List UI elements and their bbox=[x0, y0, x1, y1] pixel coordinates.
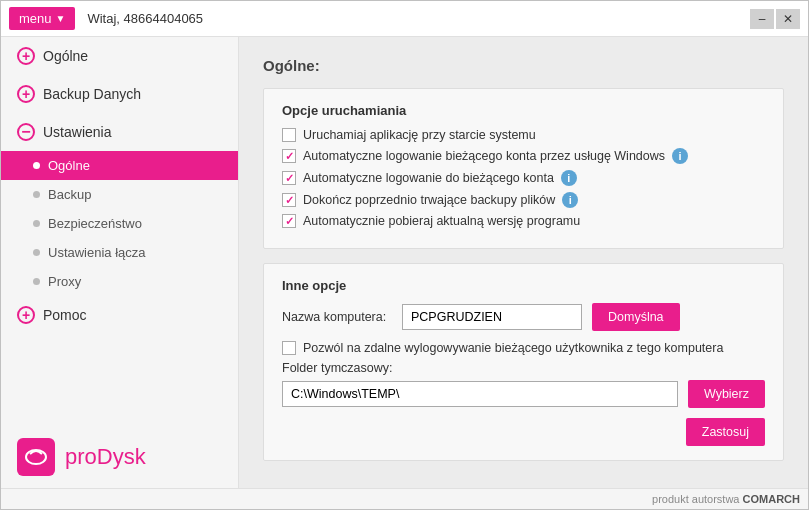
sub-dot-icon bbox=[33, 220, 40, 227]
logo-text: proDysk bbox=[65, 444, 146, 470]
remote-logout-row: Pozwól na zdalne wylogowywanie bieżącego… bbox=[282, 341, 765, 355]
sub-dot-icon bbox=[33, 278, 40, 285]
sub-dot-icon bbox=[33, 191, 40, 198]
option-label: Dokończ poprzednio trwające backupy plik… bbox=[303, 193, 555, 207]
temp-folder-row: Folder tymczasowy: Wybierz bbox=[282, 361, 765, 408]
computer-name-row: Nazwa komputera: Domyślna bbox=[282, 303, 765, 331]
info-icon[interactable]: i bbox=[672, 148, 688, 164]
sidebar-item-label: Ustawienia bbox=[43, 124, 111, 140]
sidebar-item-ustawienia[interactable]: − Ustawienia bbox=[1, 113, 238, 151]
menu-chevron-icon: ▼ bbox=[56, 13, 66, 24]
menu-label: menu bbox=[19, 11, 52, 26]
sub-dot-icon bbox=[33, 162, 40, 169]
computer-name-input[interactable] bbox=[402, 304, 582, 330]
temp-folder-input[interactable] bbox=[282, 381, 678, 407]
sidebar-sub-ustawienia-lacza[interactable]: Ustawienia łącza bbox=[1, 238, 238, 267]
option-label: Automatyczne logowanie do bieżącego kont… bbox=[303, 171, 554, 185]
app-window: menu ▼ Witaj, 48664404065 – ✕ + Ogólne +… bbox=[0, 0, 809, 510]
option-label: Automatycznie pobieraj aktualną wersję p… bbox=[303, 214, 580, 228]
apply-button[interactable]: Zastosuj bbox=[686, 418, 765, 446]
choose-button[interactable]: Wybierz bbox=[688, 380, 765, 408]
bottom-actions: Zastosuj bbox=[282, 418, 765, 446]
close-button[interactable]: ✕ bbox=[776, 9, 800, 29]
other-section: Inne opcje Nazwa komputera: Domyślna Poz… bbox=[263, 263, 784, 461]
plus-icon: + bbox=[17, 85, 35, 103]
comarch-footer: produkt autorstwa COMARCH bbox=[1, 488, 808, 509]
option-label: Uruchamiaj aplikację przy starcie system… bbox=[303, 128, 536, 142]
option-label: Automatyczne logowanie bieżącego konta p… bbox=[303, 149, 665, 163]
checkbox-remote-logout[interactable] bbox=[282, 341, 296, 355]
svg-point-0 bbox=[26, 450, 46, 464]
checkbox-startup-app[interactable] bbox=[282, 128, 296, 142]
sidebar-sub-proxy[interactable]: Proxy bbox=[1, 267, 238, 296]
plus-icon: + bbox=[17, 47, 35, 65]
checkbox-auto-login-account[interactable] bbox=[282, 171, 296, 185]
logo-icon bbox=[17, 438, 55, 476]
option-auto-update: Automatycznie pobieraj aktualną wersję p… bbox=[282, 214, 765, 228]
window-controls: – ✕ bbox=[750, 9, 800, 29]
sidebar-sub-label: Ustawienia łącza bbox=[48, 245, 146, 260]
title-bar: menu ▼ Witaj, 48664404065 – ✕ bbox=[1, 1, 808, 37]
checkbox-auto-update[interactable] bbox=[282, 214, 296, 228]
sidebar-sub-ogolne[interactable]: Ogólne bbox=[1, 151, 238, 180]
sidebar-sub-label: Ogólne bbox=[48, 158, 90, 173]
option-auto-login-windows: Automatyczne logowanie bieżącego konta p… bbox=[282, 148, 765, 164]
temp-folder-label: Folder tymczasowy: bbox=[282, 361, 765, 375]
footer-text: produkt autorstwa bbox=[652, 493, 743, 505]
minimize-button[interactable]: – bbox=[750, 9, 774, 29]
sidebar: + Ogólne + Backup Danych − Ustawienia Og… bbox=[1, 37, 239, 488]
other-options-title: Inne opcje bbox=[282, 278, 765, 293]
option-finish-backups: Dokończ poprzednio trwające backupy plik… bbox=[282, 192, 765, 208]
plus-icon: + bbox=[17, 306, 35, 324]
greeting-text: Witaj, 48664404065 bbox=[87, 11, 203, 26]
main-content: + Ogólne + Backup Danych − Ustawienia Og… bbox=[1, 37, 808, 488]
remote-logout-label: Pozwól na zdalne wylogowywanie bieżącego… bbox=[303, 341, 723, 355]
sidebar-sub-backup[interactable]: Backup bbox=[1, 180, 238, 209]
option-startup-app: Uruchamiaj aplikację przy starcie system… bbox=[282, 128, 765, 142]
sidebar-footer: proDysk bbox=[1, 426, 238, 488]
menu-button[interactable]: menu ▼ bbox=[9, 7, 75, 30]
sidebar-sub-bezpieczenstwo[interactable]: Bezpieczeństwo bbox=[1, 209, 238, 238]
content-area: Ogólne: Opcje uruchamiania Uruchamiaj ap… bbox=[239, 37, 808, 488]
startup-section-title: Opcje uruchamiania bbox=[282, 103, 765, 118]
option-auto-login-account: Automatyczne logowanie do bieżącego kont… bbox=[282, 170, 765, 186]
sidebar-item-ogolne-top[interactable]: + Ogólne bbox=[1, 37, 238, 75]
minus-icon: − bbox=[17, 123, 35, 141]
sidebar-item-label: Backup Danych bbox=[43, 86, 141, 102]
sidebar-sub-label: Backup bbox=[48, 187, 91, 202]
footer-brand: COMARCH bbox=[743, 493, 800, 505]
startup-section: Opcje uruchamiania Uruchamiaj aplikację … bbox=[263, 88, 784, 249]
content-title: Ogólne: bbox=[263, 57, 784, 74]
info-icon[interactable]: i bbox=[562, 192, 578, 208]
sidebar-item-backup-danych[interactable]: + Backup Danych bbox=[1, 75, 238, 113]
computer-name-label: Nazwa komputera: bbox=[282, 310, 392, 324]
checkbox-finish-backups[interactable] bbox=[282, 193, 296, 207]
folder-input-row: Wybierz bbox=[282, 380, 765, 408]
sidebar-sub-label: Proxy bbox=[48, 274, 81, 289]
default-button[interactable]: Domyślna bbox=[592, 303, 680, 331]
sidebar-item-label: Pomoc bbox=[43, 307, 87, 323]
checkbox-auto-login-windows[interactable] bbox=[282, 149, 296, 163]
info-icon[interactable]: i bbox=[561, 170, 577, 186]
sidebar-item-pomoc[interactable]: + Pomoc bbox=[1, 296, 238, 334]
sidebar-sub-label: Bezpieczeństwo bbox=[48, 216, 142, 231]
sub-dot-icon bbox=[33, 249, 40, 256]
sidebar-item-label: Ogólne bbox=[43, 48, 88, 64]
